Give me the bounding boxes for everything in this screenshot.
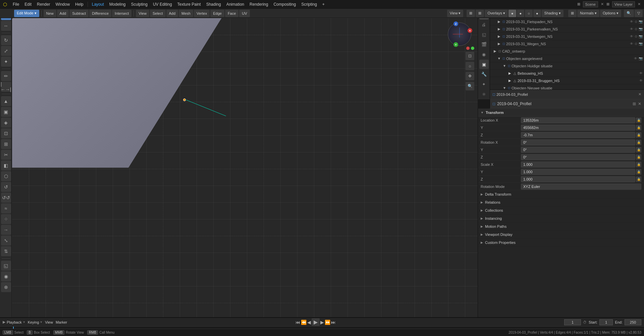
shading-rendered[interactable]: ○ — [525, 10, 533, 17]
polybuilt-tool[interactable]: ⬡ — [1, 171, 11, 181]
shading-solid[interactable]: ● — [508, 10, 516, 17]
measure-tool[interactable]: |←→| — [1, 82, 11, 92]
workspace-shading[interactable]: Shading — [204, 0, 224, 9]
viewport-icon-1[interactable]: ⊞ — [467, 10, 475, 17]
uv-menu[interactable]: UV — [239, 10, 250, 17]
object-props-icon[interactable]: ▣ — [479, 60, 489, 69]
list-item[interactable]: ▶ □ 2019-03-31_Ventwegen_NS 👁 ⊙ 📷 — [490, 33, 644, 40]
workspace-scripting[interactable]: Scripting — [299, 0, 320, 9]
filter-btn[interactable]: ▽ — [635, 10, 643, 17]
spin-tool[interactable]: ↺ — [1, 182, 11, 192]
shading-material[interactable]: ● — [517, 10, 525, 17]
list-item[interactable]: ▶ △ 2019-03-31_Bruggen_HS 👁 — [490, 77, 644, 84]
delta-transform-section[interactable]: ▶ Delta Transform — [478, 190, 644, 198]
instancing-section[interactable]: ▶ Instancing — [478, 214, 644, 222]
start-frame-input[interactable]: 1 — [599, 319, 613, 325]
rotation-y-lock[interactable]: 🔒 — [636, 147, 641, 152]
visibility-icon[interactable]: 👁 — [630, 27, 633, 31]
physics-props-icon[interactable]: ⚛ — [479, 89, 489, 99]
search-btn[interactable]: 🔍 — [624, 10, 634, 17]
motion-paths-section[interactable]: ▶ Motion Paths — [478, 222, 644, 230]
outliner-icon1[interactable]: ⊞ — [568, 10, 577, 17]
playback-label[interactable]: Playback — [7, 320, 22, 324]
rotation-x-lock[interactable]: 🔒 — [636, 140, 641, 145]
location-y-lock[interactable]: 🔒 — [636, 125, 641, 130]
viewport-sun-icon[interactable]: ☼ — [466, 62, 474, 70]
gizmo-x-axis[interactable]: X — [468, 28, 472, 33]
transform-section-header[interactable]: ▼ Transform — [478, 109, 644, 117]
face-menu[interactable]: Face — [225, 10, 238, 17]
end-frame-input[interactable]: 250 — [625, 319, 641, 325]
scene-selector[interactable]: Scene — [583, 1, 598, 7]
render-icon[interactable]: 📷 — [639, 42, 643, 46]
visibility-icon[interactable]: 👁 — [630, 42, 633, 46]
rotation-z-lock[interactable]: 🔒 — [636, 154, 641, 160]
options-btn[interactable]: Options ▾ — [600, 10, 621, 17]
next-keyframe-btn[interactable]: ⏩ — [325, 320, 330, 325]
particles-props-icon[interactable]: ✦ — [479, 80, 489, 89]
menu-edit[interactable]: Edit — [22, 0, 34, 9]
world-props-icon[interactable]: ◉ — [479, 50, 489, 59]
rotation-y-value[interactable]: 0° — [521, 147, 635, 153]
render-icon[interactable]: 📷 — [639, 27, 643, 31]
offset-edge-tool[interactable]: ⊞ — [1, 139, 11, 149]
workspace-animation[interactable]: Animation — [224, 0, 247, 9]
list-item[interactable]: ▶ □ 2019-03-31_Fietspaden_NS 👁 ⊙ 📷 — [490, 18, 644, 25]
engine-selector[interactable]: ⊞ — [577, 2, 580, 6]
subtract-bool-btn[interactable]: Subtract — [69, 10, 89, 17]
output-props-icon[interactable]: 🖨 — [479, 20, 489, 29]
annotate-tool[interactable]: ✏ — [1, 71, 11, 81]
add-bool-btn[interactable]: Add — [57, 10, 69, 17]
workspace-uv-editing[interactable]: UV Editing — [150, 0, 175, 9]
scale-y-lock[interactable]: 🔒 — [636, 169, 641, 175]
workspace-modeling[interactable]: Modeling — [107, 0, 128, 9]
scale-z-value[interactable]: 1.000 — [521, 176, 635, 182]
visibility-icon[interactable]: 👁 — [639, 71, 643, 75]
location-x-value[interactable]: 135326m — [521, 117, 635, 123]
workspace-compositing[interactable]: Compositing — [271, 0, 299, 9]
viewport-view-btn[interactable]: View ▾ — [447, 10, 464, 17]
knife-tool[interactable]: ✂ — [1, 150, 11, 160]
visibility-icon[interactable]: 👁 — [634, 57, 637, 60]
rip-region-tool[interactable]: ⊗ — [1, 282, 11, 292]
visibility-icon[interactable]: 👁 — [639, 79, 643, 82]
mesh-menu[interactable]: Mesh — [179, 10, 193, 17]
gizmo-y-axis[interactable]: Y — [453, 42, 458, 47]
push-pull-tool[interactable]: ⇅ — [1, 246, 11, 256]
location-z-value[interactable]: -0.7m — [521, 132, 635, 138]
selectable-icon[interactable]: ⊙ — [635, 35, 637, 38]
workspace-add[interactable]: + — [320, 0, 327, 9]
viewport-zoom-icon[interactable]: 🔍 — [466, 82, 474, 90]
workspace-sculpting[interactable]: Sculpting — [128, 0, 150, 9]
view-layer-selector[interactable]: View Layer — [612, 1, 635, 7]
scene-props-icon[interactable]: 🎬 — [479, 40, 489, 49]
list-item[interactable]: ▼ □ Objecten Huidige situatie — [490, 62, 644, 70]
viewport-display-section[interactable]: ▶ Viewport Display — [478, 230, 644, 239]
overlays-btn[interactable]: Overlays ▾ — [485, 10, 507, 17]
gizmo-z-axis[interactable]: Z — [453, 21, 458, 26]
viewport-camera-icon[interactable]: ⊡ — [466, 52, 474, 60]
viewport-hand-icon[interactable]: ✥ — [466, 72, 474, 80]
shading-mode[interactable]: Shading ▾ — [542, 10, 564, 17]
viewport-canvas[interactable]: X Y Z User Perspective (1) 2019-04-03_Pr… — [12, 18, 478, 317]
prev-keyframe-btn[interactable]: ⏪ — [301, 320, 307, 325]
navigation-gizmo[interactable]: X Y Z — [446, 21, 473, 48]
inset-tool[interactable]: ▣ — [1, 107, 11, 117]
list-item[interactable]: ▼ □ Objecten aangeleverd 👁📷 — [490, 55, 644, 62]
scale-z-lock[interactable]: 🔒 — [636, 177, 641, 182]
play-btn[interactable]: ▶ — [312, 318, 320, 326]
bevel-tool[interactable]: ◈ — [1, 118, 11, 128]
visibility-icon[interactable]: 👁 — [630, 35, 633, 38]
3d-viewport[interactable]: X Y Z User Perspective (1) 2019-04-03_Pr… — [12, 18, 478, 317]
outliner-content[interactable]: ▶ □ 2019-03-31_Fietspaden_NS 👁 ⊙ 📷 ▶ □ 2… — [490, 18, 644, 89]
outliner-close-icon[interactable]: ✕ — [638, 92, 641, 96]
shading-eevee[interactable]: ● — [533, 10, 541, 17]
edge-slide-tool[interactable]: → — [1, 225, 11, 235]
scale-x-value[interactable]: 1.000 — [521, 161, 635, 167]
render-icon[interactable]: 📷 — [639, 57, 643, 60]
keying-label[interactable]: Keying — [28, 320, 39, 324]
render-icon[interactable]: 📷 — [639, 35, 643, 38]
edge-menu[interactable]: Edge — [210, 10, 224, 17]
workspace-layout[interactable]: Layout — [89, 0, 107, 9]
location-z-lock[interactable]: 🔒 — [636, 132, 641, 138]
